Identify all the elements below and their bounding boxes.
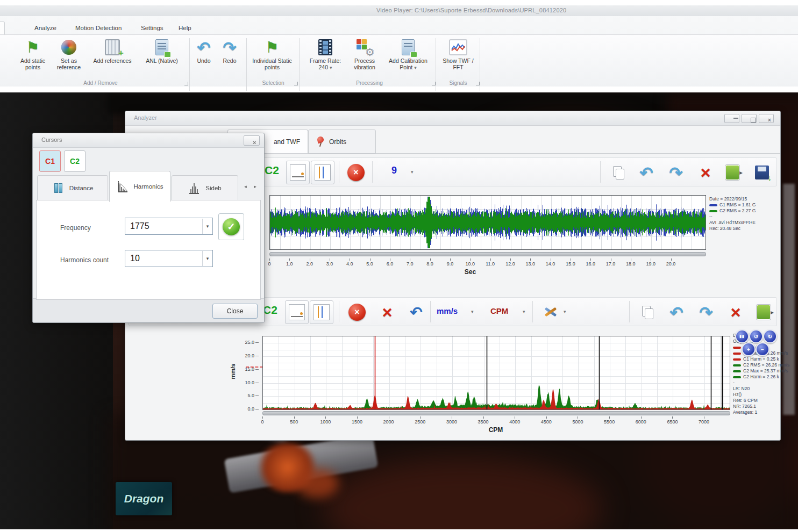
minimize-icon [733, 118, 738, 119]
dropdown-arrow-icon[interactable]: ▾ [411, 169, 414, 175]
export-image-icon [725, 165, 739, 180]
add-references-button[interactable]: + Add references [87, 37, 138, 78]
twf-export-image-button[interactable] [721, 161, 744, 184]
ribbon-tab-motion-detection[interactable]: Motion Detection [69, 21, 128, 34]
table-plus-icon: + [105, 39, 120, 55]
frame-rate-dropdown[interactable]: Frame Rate: 240 ▾ [305, 37, 345, 78]
maximize-button[interactable] [742, 114, 757, 123]
fft-scale-button[interactable] [285, 300, 309, 324]
sidebands-icon [188, 182, 200, 195]
ribbon-tab-points[interactable]: ts [0, 21, 5, 35]
tab-scroll-right-button[interactable]: ▸ [251, 181, 259, 192]
dragon-logo: Dragon [116, 482, 172, 515]
apply-button[interactable]: ✓ [218, 213, 244, 240]
twf-harmonics-count-value[interactable]: 9 [391, 165, 397, 176]
minimize-button[interactable] [724, 114, 739, 123]
flag-icon: ⚑ [265, 39, 279, 56]
fft-cursors-button[interactable] [310, 300, 333, 324]
legend-entry: Averages: 1 [733, 409, 779, 415]
vertical-cursors-icon [315, 164, 331, 181]
cursors-dialog-title: Cursors [41, 136, 62, 143]
group-dialog-launcher-icon[interactable] [184, 82, 188, 85]
tab-scroll-left-button[interactable]: ◂ [241, 181, 250, 192]
tab-distance[interactable]: Distance [37, 175, 108, 201]
undo-button[interactable]: ↶ Undo [191, 37, 216, 78]
twf-cursors-button[interactable] [311, 161, 334, 184]
twf-remove-cursor-button[interactable]: × [344, 161, 368, 184]
set-as-reference-button[interactable]: Set as reference [52, 37, 86, 78]
tab-orbits[interactable]: Orbits [308, 130, 376, 154]
dropdown-arrow-icon[interactable]: ▾ [523, 309, 525, 314]
refresh-button[interactable]: ↺ [749, 329, 763, 343]
add-calibration-point-dropdown[interactable]: Add Calibration Point ▾ [383, 37, 433, 78]
fft-clear-button[interactable]: × [724, 300, 747, 324]
close-button[interactable]: × [759, 114, 774, 123]
fft-export-image-button[interactable] [752, 300, 775, 324]
frequency-combobox[interactable]: 1775 ▾ [125, 218, 213, 235]
fft-undo-button[interactable]: ↶ [665, 300, 688, 324]
twf-scale-button[interactable] [286, 161, 310, 184]
zoom-in-button[interactable]: + [742, 342, 756, 356]
fft-axis-bar[interactable] [262, 411, 730, 415]
tools-icon [543, 305, 558, 319]
play-button[interactable]: ↻ [763, 329, 777, 343]
tab-sidebands[interactable]: Sideb [172, 175, 238, 201]
twf-axis-bar[interactable] [269, 252, 706, 256]
axis-scale-icon [289, 304, 305, 320]
dropdown-arrow-icon[interactable]: ▾ [564, 309, 566, 314]
group-dialog-launcher-icon[interactable] [294, 82, 298, 85]
add-static-points-button[interactable]: ⚑ Add static points [15, 37, 51, 78]
copy-icon [613, 166, 624, 179]
legend-entry: Hz() [733, 392, 779, 398]
close-icon: × [768, 118, 771, 123]
redo-button[interactable]: ↷ Redo [217, 37, 242, 78]
harmonics-count-combobox[interactable]: 10 ▾ [125, 250, 213, 267]
twf-legend: Date = 2022/09/15C1 RMS = 1.61 GC2 RMS =… [709, 196, 778, 232]
anl-native-button[interactable]: ANL (Native) [139, 37, 185, 78]
twf-fft-chart-icon [449, 39, 467, 55]
fft-redo-button[interactable]: ↷ [694, 300, 718, 324]
frequency-unit-dropdown[interactable]: CPM [490, 306, 508, 315]
ribbon-tab-settings[interactable]: Settings [134, 21, 170, 34]
dropdown-arrow-icon[interactable]: ▾ [202, 219, 212, 234]
twf-plot[interactable] [269, 195, 706, 250]
ribbon-tab-help[interactable]: Help [172, 21, 198, 34]
dialog-close-button[interactable]: × [244, 135, 260, 146]
fft-undo-zoom-button[interactable]: ↶ [404, 300, 428, 324]
twf-plot-canvas[interactable] [270, 196, 706, 249]
dropdown-arrow-icon: ▾ [414, 65, 417, 70]
fft-tools-dropdown[interactable] [539, 300, 562, 324]
vertical-cursors-icon [314, 304, 330, 320]
cursor-c2-button[interactable]: C2 [64, 150, 86, 172]
amplitude-unit-dropdown[interactable]: mm/s [437, 306, 458, 315]
process-vibration-button[interactable]: ⚙ Process vibration [347, 37, 382, 78]
group-dialog-launcher-icon[interactable] [432, 82, 436, 85]
twf-save-button[interactable] [750, 161, 774, 184]
group-dialog-launcher-icon[interactable] [476, 82, 480, 85]
twf-undo-button[interactable]: ↶ [635, 161, 658, 184]
cursor-c1-button[interactable]: C1 [39, 150, 61, 172]
pause-button[interactable]: ▮▮ [735, 329, 749, 343]
flag-icon: ⚑ [26, 39, 39, 56]
cursors-dialog-titlebar[interactable]: Cursors × [33, 133, 264, 148]
undo-arrow-icon: ↶ [669, 303, 683, 322]
fft-remove-cursor-button[interactable]: × [345, 300, 369, 324]
close-dialog-button[interactable]: Close [212, 304, 258, 319]
zoom-out-button[interactable]: − [756, 342, 770, 356]
legend-entry: C1 Harm = 0.25 k [733, 356, 779, 362]
twf-redo-button[interactable]: ↷ [664, 161, 688, 184]
individual-static-points-button[interactable]: ⚑ Individual Static points [251, 37, 294, 78]
ribbon-tab-analyze[interactable]: Analyze [28, 21, 63, 34]
dropdown-arrow-icon[interactable]: ▾ [471, 309, 474, 314]
fft-plot-canvas[interactable] [263, 336, 730, 409]
fft-plot[interactable] [262, 336, 730, 410]
analyzer-titlebar[interactable]: Analyzer × [125, 111, 780, 126]
tab-harmonics[interactable]: Harmonics [109, 171, 170, 202]
fft-copy-button[interactable] [636, 300, 659, 324]
show-twf-fft-button[interactable]: Show TWF / FFT [439, 37, 478, 78]
dropdown-arrow-icon[interactable]: ▾ [202, 251, 212, 266]
twf-copy-button[interactable] [607, 161, 630, 184]
fft-delete-button[interactable]: × [375, 300, 399, 324]
twf-delete-button[interactable]: × [694, 161, 717, 184]
save-icon [755, 166, 769, 179]
